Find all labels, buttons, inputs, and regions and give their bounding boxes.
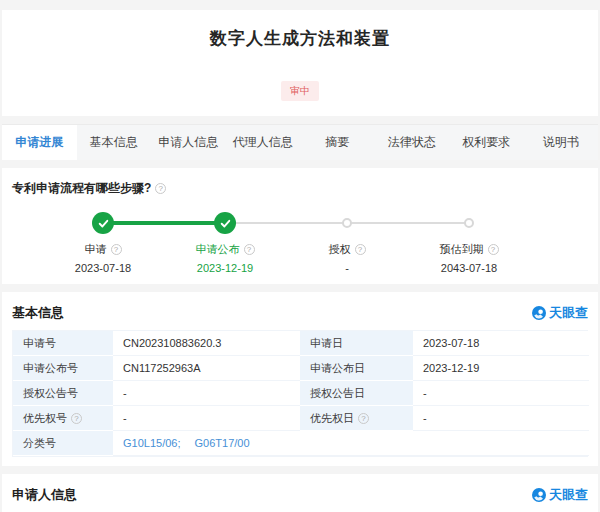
step-label-text: 授权 — [329, 242, 351, 257]
process-question: 专利申请流程有哪些步骤? ? — [12, 180, 588, 197]
cell-text: 优先权号 — [23, 411, 67, 426]
cell-text: 分类号 — [23, 436, 56, 451]
help-icon[interactable]: ? — [355, 244, 366, 255]
step-申请公布: 申请公布?2023-12-19 — [164, 211, 286, 274]
step-pending-icon — [342, 218, 352, 228]
section-title: 基本信息 — [12, 304, 64, 322]
cell-text: CN202310883620.3 — [123, 337, 221, 349]
table-label-cell: 分类号 — [13, 431, 113, 456]
table-label-cell: 优先权日? — [300, 406, 413, 431]
cell-text: 优先权日 — [310, 411, 354, 426]
help-icon[interactable]: ? — [111, 244, 122, 255]
tab-摘要[interactable]: 摘要 — [300, 125, 375, 160]
section-title: 申请人信息 — [12, 486, 77, 504]
tab-法律状态[interactable]: 法律状态 — [375, 125, 450, 160]
basic-info-classification-link[interactable]: G06T17/00 — [195, 437, 250, 449]
table-value-cell: - — [413, 406, 589, 431]
step-label-text: 申请 — [85, 242, 107, 257]
status-badge: 审中 — [281, 81, 319, 101]
page-title: 数字人生成方法和装置 — [2, 27, 598, 50]
cell-text: - — [123, 412, 127, 424]
cell-text: 授权公告号 — [23, 386, 78, 401]
table-value-cell: 2023-12-19 — [413, 356, 589, 381]
table-label-cell: 授权公告号 — [13, 381, 113, 406]
step-label: 预估到期? — [440, 242, 499, 257]
step-dot-area — [92, 211, 114, 235]
step-dot-area — [214, 211, 236, 235]
help-icon[interactable]: ? — [71, 413, 82, 424]
cell-text: - — [423, 412, 427, 424]
basic-info-header: 基本信息 天眼查 — [12, 304, 588, 322]
progress-stepper: 申请?2023-07-18申请公布?2023-12-19授权?-预估到期?204… — [12, 211, 588, 274]
step-date: 2043-07-18 — [441, 262, 497, 274]
step-date: - — [345, 262, 349, 274]
tab-申请人信息[interactable]: 申请人信息 — [151, 125, 226, 160]
tianyancha-logo-icon — [532, 306, 546, 320]
tab-申请进展[interactable]: 申请进展 — [2, 125, 77, 160]
patent-header: 数字人生成方法和装置 审中 — [2, 10, 598, 116]
table-label-cell: 授权公告日 — [300, 381, 413, 406]
table-value-cell: - — [413, 381, 589, 406]
applicant-info-header: 申请人信息 天眼查 — [12, 486, 588, 504]
step-预估到期: 预估到期?2043-07-18 — [408, 211, 530, 274]
table-label-cell: 申请公布号 — [13, 356, 113, 381]
cell-text: 申请公布日 — [310, 361, 365, 376]
step-date: 2023-07-18 — [75, 262, 131, 274]
help-icon[interactable]: ? — [155, 183, 166, 194]
step-label-text: 预估到期 — [440, 242, 484, 257]
table-value-cell: CN117252963A — [113, 356, 300, 381]
tab-bar: 申请进展基本信息申请人信息代理人信息摘要法律状态权利要求说明书 — [2, 124, 598, 160]
application-progress-section: 专利申请流程有哪些步骤? ? 申请?2023-07-18申请公布?2023-12… — [2, 168, 598, 284]
tab-基本信息[interactable]: 基本信息 — [77, 125, 152, 160]
brand-name: 天眼查 — [549, 486, 588, 504]
table-label-cell: 申请公布日 — [300, 356, 413, 381]
step-申请: 申请?2023-07-18 — [42, 211, 164, 274]
table-label-cell: 申请日 — [300, 331, 413, 356]
tab-代理人信息[interactable]: 代理人信息 — [226, 125, 301, 160]
table-label-cell: 优先权号? — [13, 406, 113, 431]
step-dot-area — [342, 211, 352, 235]
step-done-icon — [214, 212, 236, 234]
step-label: 申请? — [85, 242, 122, 257]
step-date: 2023-12-19 — [197, 262, 253, 274]
cell-text: 申请日 — [310, 336, 343, 351]
cell-text: CN117252963A — [123, 362, 200, 374]
step-dot-area — [464, 211, 474, 235]
process-question-text: 专利申请流程有哪些步骤? — [12, 180, 151, 197]
table-value-cell: - — [113, 406, 300, 431]
applicant-info-section: 申请人信息 天眼查 申请（专利权）人百度在线网络技术（北京）有限公司发明人袁杰;… — [2, 474, 598, 512]
cell-text: 授权公告日 — [310, 386, 365, 401]
step-label: 申请公布? — [196, 242, 255, 257]
tab-说明书[interactable]: 说明书 — [524, 125, 599, 160]
cell-text: 申请号 — [23, 336, 56, 351]
brand-watermark: 天眼查 — [532, 486, 588, 504]
step-授权: 授权?- — [286, 211, 408, 274]
step-done-icon — [92, 212, 114, 234]
table-value-cell: - — [113, 381, 300, 406]
help-icon[interactable]: ? — [358, 413, 369, 424]
basic-info-table: 申请号CN202310883620.3申请日2023-07-18申请公布号CN1… — [12, 330, 588, 457]
help-icon[interactable]: ? — [244, 244, 255, 255]
cell-text: - — [123, 387, 127, 399]
cell-text: 2023-12-19 — [423, 362, 479, 374]
tianyancha-logo-icon — [532, 488, 546, 502]
table-label-cell: 申请号 — [13, 331, 113, 356]
brand-name: 天眼查 — [549, 304, 588, 322]
brand-watermark: 天眼查 — [532, 304, 588, 322]
step-label-text: 申请公布 — [196, 242, 240, 257]
help-icon[interactable]: ? — [488, 244, 499, 255]
table-value-cell: 2023-07-18 — [413, 331, 589, 356]
step-pending-icon — [464, 218, 474, 228]
step-label: 授权? — [329, 242, 366, 257]
table-value-cell: CN202310883620.3 — [113, 331, 300, 356]
basic-info-classification-link[interactable]: G10L15/06; — [123, 437, 181, 449]
basic-info-section: 基本信息 天眼查 申请号CN202310883620.3申请日2023-07-1… — [2, 292, 598, 466]
table-value-cell: G10L15/06;G06T17/00 — [113, 431, 589, 456]
cell-text: - — [423, 387, 427, 399]
cell-text: 申请公布号 — [23, 361, 78, 376]
cell-text: 2023-07-18 — [423, 337, 479, 349]
tab-权利要求[interactable]: 权利要求 — [449, 125, 524, 160]
